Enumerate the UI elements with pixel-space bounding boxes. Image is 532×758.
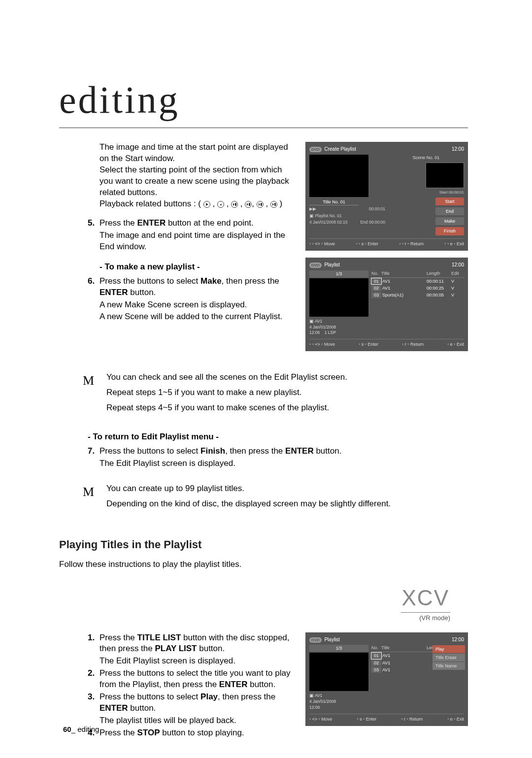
note2-l1: You can create up to 99 playlist titles. xyxy=(106,483,468,494)
end-button[interactable]: End xyxy=(435,207,464,215)
pause-icon xyxy=(217,201,224,208)
s2-step1-line: Press the TITLE LIST button with the dis… xyxy=(100,632,298,655)
note1-l1: You can check and see all the scenes on … xyxy=(106,372,468,383)
list-item[interactable]: 01AV100:00:11V xyxy=(371,278,464,285)
vr-mode-label: (VR mode) xyxy=(59,614,450,623)
note-mark-icon: M xyxy=(83,483,97,500)
step6-line: Press the buttons to select Make, then p… xyxy=(100,276,298,298)
finish-button[interactable]: Finish xyxy=(435,227,464,235)
s2-step3-line: Press the buttons to select Play, then p… xyxy=(100,692,298,714)
s2-step2-line: Press the buttons to select the title yo… xyxy=(100,668,298,691)
fastfwd-icon xyxy=(270,201,277,208)
new-playlist-heading: - To make a new playlist - xyxy=(59,262,298,273)
nav-exit: e Exit xyxy=(444,241,464,247)
intro-p3: Playback related buttons : ( , , , , , ) xyxy=(100,198,298,210)
list-item[interactable]: 02AV100:00:25V xyxy=(371,285,464,292)
list-item[interactable]: 03Sports(A1)00:00:05V xyxy=(371,292,464,298)
preview-main xyxy=(309,155,368,197)
screenshot-playlist-context: DVD Playlist 12:00 1/3 ▣ AV1 4 Jan/01/20… xyxy=(305,632,468,726)
play-icon xyxy=(203,201,210,208)
start-button[interactable]: Start xyxy=(435,198,464,205)
s2-step3-sub: The playlist titles will be played back. xyxy=(100,715,298,726)
s2-step1-num: 1. xyxy=(88,632,100,667)
title-no: Title No. 01 xyxy=(309,199,359,205)
page-heading: editing xyxy=(59,74,468,128)
note1-l2: Repeat steps 1~5 if you want to make a n… xyxy=(106,387,468,398)
step6-num: 6. xyxy=(88,276,100,323)
step5-sub: The image and end point time are display… xyxy=(100,230,298,253)
intro-p2: Select the starting point of the section… xyxy=(100,165,298,198)
skip-back-icon xyxy=(231,201,238,208)
preview-scene xyxy=(426,163,464,188)
preview-thumb xyxy=(309,278,368,317)
shot-time: 12:00 xyxy=(452,146,464,153)
context-menu: Play Title Erase Title Name xyxy=(432,645,465,670)
screenshot-create-playlist: DVD Create Playlist 12:00 Title No. 01 ▶… xyxy=(305,142,468,250)
s2-step2-num: 2. xyxy=(88,668,100,691)
s2-step4-line: Press the STOP button to stop playing. xyxy=(100,727,298,739)
page-footer: 60_ editing xyxy=(63,725,99,734)
skip-fwd-icon xyxy=(245,201,252,208)
ctx-title-erase[interactable]: Title Erase xyxy=(432,654,465,661)
step7-num: 7. xyxy=(88,446,100,469)
s2-step1-sub: The Edit Playlist screen is displayed. xyxy=(100,656,298,667)
screenshot-playlist: DVD Playlist 12:00 1/3 ▣ AV1 4 Jan/01/20… xyxy=(305,258,468,352)
make-button[interactable]: Make xyxy=(435,217,464,225)
disc-chip: DVD xyxy=(309,147,322,152)
scene-label: Scene No. 01 xyxy=(388,155,464,161)
nav-move: <> Move xyxy=(309,241,335,247)
ctx-title-name[interactable]: Title Name xyxy=(432,662,465,670)
section-intro: Follow these instructions to play the pl… xyxy=(59,559,468,570)
step5-num: 5. xyxy=(88,218,100,253)
rewind-icon xyxy=(257,201,264,208)
step6-sub2: A new Scene will be added to the current… xyxy=(100,311,298,323)
note-mark-icon: M xyxy=(83,372,97,389)
note2-l2: Depending on the kind of disc, the displ… xyxy=(106,498,468,510)
note1-l3: Repeat steps 4~5 if you want to make sce… xyxy=(106,402,468,414)
xcv-badge: XCV xyxy=(401,583,450,613)
nav-enter: s Enter xyxy=(356,241,379,247)
playlist-index: 1/3 xyxy=(309,270,368,277)
s2-step3-num: 3. xyxy=(88,692,100,726)
intro-p1: The image and time at the start point ar… xyxy=(100,142,298,165)
step5-line: Press the ENTER button at the end point. xyxy=(100,218,298,229)
nav-return: r Return xyxy=(399,241,424,247)
ctx-play[interactable]: Play xyxy=(432,645,465,653)
section-heading: Playing Titles in the Playlist xyxy=(59,537,468,552)
step7-sub: The Edit Playlist screen is displayed. xyxy=(100,458,468,469)
return-heading: - To return to Edit Playlist menu - xyxy=(59,431,468,443)
step6-sub1: A new Make Scene screen is displayed. xyxy=(100,299,298,311)
step7-line: Press the buttons to select Finish, then… xyxy=(100,446,468,457)
